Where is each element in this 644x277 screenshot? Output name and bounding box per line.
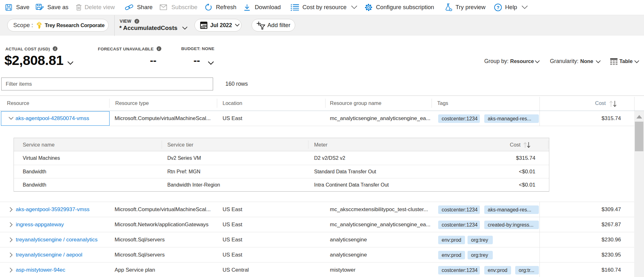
svg-text:?: ? [497, 5, 499, 10]
